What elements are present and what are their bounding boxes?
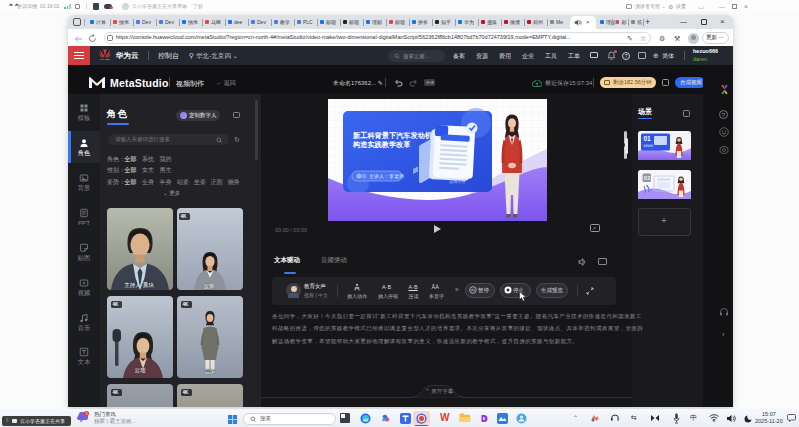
svg-text:01: 01 xyxy=(644,135,652,142)
svg-text:HUAWEI: HUAWEI xyxy=(100,58,110,60)
svg-text:构造实践教学改革: 构造实践教学改革 xyxy=(352,140,411,149)
svg-text:02: 02 xyxy=(644,175,651,181)
svg-text:新工科背景下汽车发动机: 新工科背景下汽车发动机 xyxy=(352,131,433,140)
svg-text:主讲人：李老师: 主讲人：李老师 xyxy=(369,173,404,179)
svg-text:3: 3 xyxy=(86,412,88,416)
